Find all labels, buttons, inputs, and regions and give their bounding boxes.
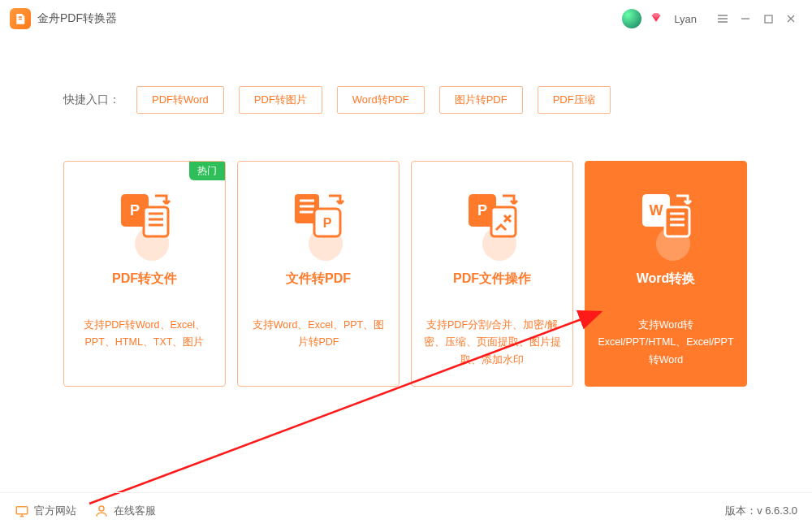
support-link[interactable]: 在线客服: [94, 504, 156, 518]
svg-point-15: [99, 506, 104, 511]
svg-text:P: P: [477, 202, 487, 219]
titlebar: 金舟PDF转换器 Lyan: [0, 0, 812, 37]
app-title: 金舟PDF转换器: [37, 11, 117, 26]
user-avatar[interactable]: [622, 9, 641, 28]
pdf-to-file-icon: P: [112, 191, 177, 248]
card-desc: 支持Word、Excel、PPT、图片转PDF: [248, 317, 389, 352]
card-title: PDF转文件: [74, 270, 215, 288]
version-text: 版本：v 6.6.3.0: [725, 504, 797, 518]
quick-links-row: 快捷入口： PDF转Word PDF转图片 Word转PDF 图片转PDF PD…: [63, 86, 812, 114]
svg-rect-12: [665, 207, 689, 236]
quick-image-to-pdf[interactable]: 图片转PDF: [439, 86, 523, 114]
quick-word-to-pdf[interactable]: Word转PDF: [337, 86, 425, 114]
vip-diamond-icon[interactable]: [650, 12, 663, 25]
card-word-convert[interactable]: W Word转换 支持Word转Excel/PPT/HTML、Excel/PPT…: [585, 161, 747, 387]
card-desc: 支持PDF分割/合并、加密/解密、压缩、页面提取、图片提取、添加水印: [421, 317, 563, 369]
card-pdf-operations[interactable]: P PDF文件操作 支持PDF分割/合并、加密/解密、压缩、页面提取、图片提取、…: [411, 161, 573, 387]
card-desc: 支持PDF转Word、Excel、PPT、HTML、TXT、图片: [74, 317, 215, 352]
card-title: 文件转PDF: [248, 270, 389, 288]
svg-text:P: P: [323, 216, 332, 230]
card-pdf-to-file[interactable]: 热门 P PDF转文件 支持PDF转Word、Excel、PPT、HTML、TX…: [63, 161, 226, 387]
pdf-operations-icon: P: [460, 191, 525, 248]
card-file-to-pdf[interactable]: P 文件转PDF 支持Word、Excel、PPT、图片转PDF: [237, 161, 400, 387]
username-label[interactable]: Lyan: [674, 13, 697, 25]
card-title: Word转换: [595, 270, 736, 288]
support-label: 在线客服: [114, 504, 156, 518]
app-logo-icon: [10, 8, 31, 29]
official-site-label: 官方网站: [34, 504, 76, 518]
file-to-pdf-icon: P: [286, 191, 351, 248]
menu-button[interactable]: [711, 7, 734, 30]
word-convert-icon: W: [633, 191, 698, 248]
svg-text:P: P: [130, 202, 140, 219]
svg-rect-3: [144, 207, 168, 236]
quick-pdf-compress[interactable]: PDF压缩: [538, 86, 611, 114]
card-desc: 支持Word转Excel/PPT/HTML、Excel/PPT转Word: [595, 317, 736, 369]
close-button[interactable]: [780, 7, 802, 30]
quick-pdf-to-word[interactable]: PDF转Word: [136, 86, 224, 114]
maximize-button[interactable]: [757, 7, 780, 30]
card-title: PDF文件操作: [421, 270, 563, 288]
hot-badge: 热门: [189, 162, 225, 180]
feature-cards: 热门 P PDF转文件 支持PDF转Word、Excel、PPT、HTML、TX…: [63, 161, 812, 387]
svg-rect-14: [16, 506, 28, 513]
official-site-link[interactable]: 官方网站: [15, 504, 76, 518]
quick-pdf-to-image[interactable]: PDF转图片: [239, 86, 322, 114]
footer: 官方网站 在线客服 版本：v 6.6.3.0: [0, 492, 812, 528]
svg-text:W: W: [650, 202, 663, 219]
minimize-button[interactable]: [734, 7, 757, 30]
quick-links-label: 快捷入口：: [63, 93, 120, 107]
svg-rect-0: [765, 15, 772, 23]
svg-rect-9: [491, 207, 516, 236]
